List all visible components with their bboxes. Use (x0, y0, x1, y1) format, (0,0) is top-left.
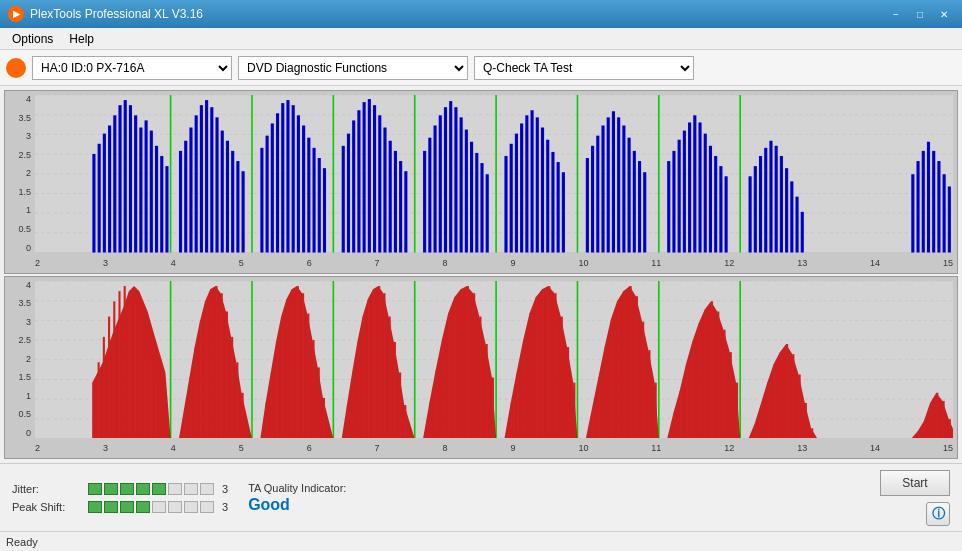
svg-rect-192 (292, 289, 294, 438)
svg-rect-94 (551, 152, 554, 253)
svg-rect-196 (312, 339, 314, 438)
svg-rect-14 (113, 115, 116, 252)
svg-rect-214 (436, 370, 438, 438)
svg-rect-166 (129, 291, 131, 438)
svg-rect-159 (92, 382, 94, 438)
svg-rect-256 (717, 311, 719, 438)
svg-rect-170 (150, 357, 152, 438)
peak-seg-2 (104, 501, 118, 513)
svg-rect-79 (460, 117, 463, 252)
svg-rect-269 (805, 402, 807, 438)
svg-rect-129 (790, 181, 793, 252)
svg-rect-193 (297, 286, 299, 438)
svg-rect-246 (648, 350, 650, 438)
svg-rect-74 (433, 125, 436, 252)
svg-rect-134 (922, 151, 925, 253)
svg-rect-90 (531, 110, 534, 252)
top-chart-x-axis: 2 3 4 5 6 7 8 9 10 11 12 13 14 15 (35, 255, 953, 271)
svg-rect-191 (286, 299, 288, 438)
jitter-seg-5 (152, 483, 166, 495)
svg-rect-238 (598, 377, 600, 438)
svg-rect-237 (592, 408, 594, 438)
svg-rect-234 (567, 347, 569, 438)
svg-rect-100 (601, 125, 604, 252)
svg-rect-137 (937, 161, 940, 252)
svg-rect-265 (780, 352, 782, 438)
svg-rect-102 (612, 111, 615, 252)
svg-rect-200 (347, 404, 349, 438)
info-button[interactable]: ⓘ (926, 502, 950, 526)
svg-rect-215 (442, 339, 444, 438)
svg-rect-132 (911, 174, 914, 252)
svg-rect-245 (642, 321, 644, 438)
svg-rect-136 (932, 151, 935, 253)
minimize-button[interactable]: − (886, 6, 906, 22)
svg-rect-257 (724, 329, 726, 438)
svg-rect-275 (936, 392, 938, 438)
svg-rect-115 (698, 122, 701, 252)
svg-rect-195 (307, 313, 309, 438)
svg-rect-206 (378, 286, 380, 438)
svg-rect-36 (236, 161, 239, 252)
bottom-chart: 4 3.5 3 2.5 2 1.5 1 0.5 0 (4, 276, 958, 460)
svg-rect-220 (473, 293, 475, 438)
svg-rect-178 (205, 303, 207, 438)
svg-rect-276 (943, 400, 945, 438)
svg-rect-25 (179, 151, 182, 253)
svg-rect-58 (323, 168, 326, 252)
svg-rect-124 (764, 148, 767, 253)
svg-rect-20 (145, 120, 148, 252)
jitter-value: 3 (222, 483, 228, 495)
svg-rect-118 (714, 156, 717, 253)
test-select[interactable]: Q-Check TA Test (474, 56, 694, 80)
device-select[interactable]: HA:0 ID:0 PX-716A (32, 56, 232, 80)
svg-rect-272 (918, 431, 920, 438)
svg-rect-216 (448, 313, 450, 438)
svg-rect-203 (363, 316, 365, 438)
svg-rect-109 (667, 161, 670, 252)
svg-rect-69 (394, 151, 397, 253)
function-select[interactable]: DVD Diagnostic Functions (238, 56, 468, 80)
title-bar: ▶ PlexTools Professional XL V3.16 − □ ✕ (0, 0, 962, 28)
svg-rect-19 (139, 128, 142, 253)
svg-rect-122 (754, 166, 757, 252)
svg-rect-264 (774, 364, 776, 438)
main-content: 4 3.5 3 2.5 2 1.5 1 0.5 0 (0, 86, 962, 531)
svg-rect-226 (517, 370, 519, 438)
svg-rect-76 (444, 107, 447, 252)
peak-seg-7 (184, 501, 198, 513)
svg-rect-95 (557, 162, 560, 252)
status-text: Ready (6, 536, 38, 548)
svg-rect-138 (943, 174, 946, 252)
svg-rect-139 (948, 186, 951, 252)
jitter-seg-4 (136, 483, 150, 495)
svg-rect-70 (399, 161, 402, 252)
menu-help[interactable]: Help (61, 30, 102, 48)
svg-rect-113 (688, 122, 691, 252)
svg-rect-250 (680, 390, 682, 438)
start-button[interactable]: Start (880, 470, 950, 496)
charts-area: 4 3.5 3 2.5 2 1.5 1 0.5 0 (0, 86, 962, 463)
toolbar: HA:0 ID:0 PX-716A DVD Diagnostic Functio… (0, 50, 962, 86)
svg-rect-68 (389, 141, 392, 253)
svg-rect-85 (504, 156, 507, 253)
svg-rect-116 (704, 134, 707, 253)
svg-rect-183 (231, 336, 233, 438)
svg-rect-165 (124, 286, 126, 438)
svg-rect-128 (785, 168, 788, 252)
svg-rect-167 (134, 303, 136, 438)
svg-rect-162 (108, 316, 110, 438)
svg-rect-243 (630, 286, 632, 438)
menu-options[interactable]: Options (4, 30, 61, 48)
svg-rect-59 (342, 146, 345, 253)
svg-rect-114 (693, 115, 696, 252)
svg-rect-26 (184, 141, 187, 253)
svg-rect-230 (542, 289, 544, 438)
maximize-button[interactable]: □ (910, 6, 930, 22)
svg-rect-31 (210, 107, 213, 252)
svg-rect-247 (655, 382, 657, 438)
svg-rect-46 (260, 148, 263, 253)
svg-rect-56 (312, 148, 315, 253)
svg-rect-211 (404, 404, 406, 438)
close-button[interactable]: ✕ (934, 6, 954, 22)
